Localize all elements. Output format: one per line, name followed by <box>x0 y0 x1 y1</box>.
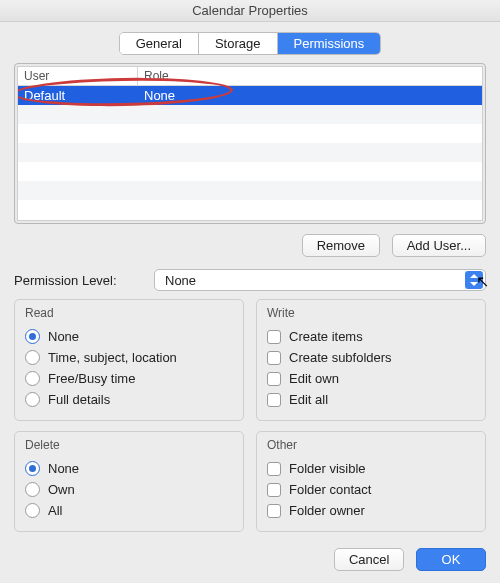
check-write-edit-all[interactable]: Edit all <box>265 389 477 410</box>
table-header: User Role <box>18 67 482 86</box>
radio-delete-own[interactable]: Own <box>23 479 235 500</box>
select-stepper-icon <box>465 271 483 289</box>
group-title-write: Write <box>267 306 477 320</box>
checkbox-icon <box>267 504 281 518</box>
group-read: Read None Time, subject, location Free/B… <box>14 299 244 421</box>
radio-read-free-busy[interactable]: Free/Busy time <box>23 368 235 389</box>
group-delete: Delete None Own All <box>14 431 244 532</box>
permission-level-label: Permission Level: <box>14 273 154 288</box>
cancel-button[interactable]: Cancel <box>334 548 404 571</box>
check-write-create-items[interactable]: Create items <box>265 326 477 347</box>
group-title-read: Read <box>25 306 235 320</box>
checkbox-icon <box>267 462 281 476</box>
checkbox-icon <box>267 372 281 386</box>
permissions-table-panel: User Role Default None <box>14 63 486 224</box>
check-other-folder-visible[interactable]: Folder visible <box>265 458 477 479</box>
ok-button[interactable]: OK <box>416 548 486 571</box>
radio-delete-all[interactable]: All <box>23 500 235 521</box>
radio-icon <box>25 503 40 518</box>
radio-icon <box>25 482 40 497</box>
checkbox-icon <box>267 483 281 497</box>
column-header-user[interactable]: User <box>18 67 138 85</box>
checkbox-icon <box>267 393 281 407</box>
check-write-create-subfolders[interactable]: Create subfolders <box>265 347 477 368</box>
tab-bar: General Storage Permissions <box>14 32 486 55</box>
tab-storage[interactable]: Storage <box>199 33 278 54</box>
group-write: Write Create items Create subfolders Edi… <box>256 299 486 421</box>
check-write-edit-own[interactable]: Edit own <box>265 368 477 389</box>
radio-icon <box>25 350 40 365</box>
radio-read-full-details[interactable]: Full details <box>23 389 235 410</box>
radio-icon <box>25 371 40 386</box>
permission-level-select[interactable]: None <box>154 269 486 291</box>
tab-general[interactable]: General <box>120 33 199 54</box>
group-other: Other Folder visible Folder contact Fold… <box>256 431 486 532</box>
radio-read-none[interactable]: None <box>23 326 235 347</box>
checkbox-icon <box>267 351 281 365</box>
table-row[interactable]: Default None <box>18 86 482 105</box>
group-title-other: Other <box>267 438 477 452</box>
check-other-folder-contact[interactable]: Folder contact <box>265 479 477 500</box>
radio-read-time-subject-location[interactable]: Time, subject, location <box>23 347 235 368</box>
check-other-folder-owner[interactable]: Folder owner <box>265 500 477 521</box>
checkbox-icon <box>267 330 281 344</box>
group-title-delete: Delete <box>25 438 235 452</box>
tab-permissions[interactable]: Permissions <box>278 33 381 54</box>
cell-role: None <box>138 88 482 103</box>
permission-level-value: None <box>165 273 196 288</box>
radio-icon <box>25 461 40 476</box>
column-header-role[interactable]: Role <box>138 67 482 85</box>
remove-button[interactable]: Remove <box>302 234 380 257</box>
window-title: Calendar Properties <box>0 0 500 22</box>
radio-icon <box>25 329 40 344</box>
radio-icon <box>25 392 40 407</box>
cell-user: Default <box>18 88 138 103</box>
add-user-button[interactable]: Add User... <box>392 234 486 257</box>
radio-delete-none[interactable]: None <box>23 458 235 479</box>
